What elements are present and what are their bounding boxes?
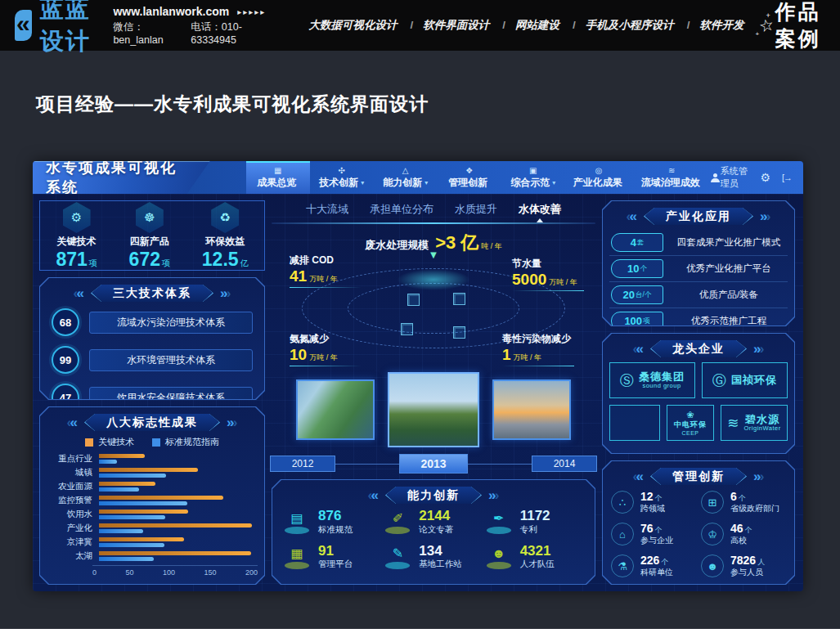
top-nav-item[interactable]: 软件开发 <box>676 18 746 33</box>
tab-icon: ≋ <box>668 166 675 175</box>
industry-text: 优秀产业化推广平台 <box>672 263 786 275</box>
chart-row: 重点行业 <box>47 453 258 465</box>
year-button[interactable]: 2013 <box>399 454 468 474</box>
management-item: ⊞ 6个 省级政府部门 <box>701 490 786 514</box>
flow-metric: 氨氮减少 10万吨 / 年 <box>290 332 362 366</box>
legend-swatch <box>85 438 93 447</box>
management-unit: 个 <box>655 526 663 534</box>
legend-label: 关键技术 <box>98 436 134 448</box>
bar-segment <box>99 501 187 505</box>
dashboard-header: 水专项成果可视化系统 ▦ 成果总览 ✣ 技术创新 ▾ <box>33 161 803 194</box>
management-label: 参与人员 <box>730 567 765 578</box>
top-nav-item[interactable]: 网站建设 <box>491 18 561 33</box>
company-name: 国祯环保 <box>731 373 777 388</box>
chevron-down-icon: ▾ <box>361 179 364 186</box>
management-icon: ⌂ <box>611 523 634 545</box>
subtab[interactable]: 承担单位分布 <box>370 202 433 217</box>
subtab[interactable]: 十大流域 <box>306 202 348 217</box>
flow-metric: 节水量 5000万吨 / 年 <box>512 257 584 291</box>
tab-label: 能力创新 <box>383 176 422 190</box>
gear-icon[interactable]: ⚙ <box>760 171 770 184</box>
stat-label: 关键技术 <box>57 235 97 249</box>
dashboard-tab[interactable]: ✣ 技术创新 ▾ <box>310 161 374 194</box>
industrialization-panel: « 产业化应用 » 4套 四套成果产业化推广模式 <box>602 200 795 326</box>
chart-row: 京津冀 <box>47 536 258 548</box>
right-chevrons-decoration: » <box>488 488 496 502</box>
dashboard-tab[interactable]: ▣ 综合示范 ▾ <box>501 161 565 194</box>
capability-value: 91 <box>318 544 353 559</box>
photo-2012[interactable] <box>296 379 375 440</box>
bar-segment <box>99 468 198 472</box>
capability-item: ▦ 91 管理平台 <box>282 544 383 571</box>
management-item: ☻ 7826人 参与人员 <box>701 554 786 578</box>
tab-icon: ✣ <box>338 166 344 175</box>
capability-label: 论文专著 <box>419 524 453 536</box>
arrows-decoration: ▸▸▸▸▸ <box>237 7 266 16</box>
capability-icon: ✒ <box>484 510 514 534</box>
portfolio-menu[interactable]: ☆++ 作品案例 <box>757 0 825 52</box>
company-logo[interactable]: « 蓝蓝设计 <box>15 0 95 58</box>
year-button[interactable]: 2014 <box>532 456 597 472</box>
chart-category-label: 重点行业 <box>47 453 99 465</box>
industry-text: 四套成果产业化推广模式 <box>672 236 786 249</box>
chart-row: 监控预警 <box>47 495 258 506</box>
stat-label: 四新产品 <box>130 235 169 249</box>
logout-icon[interactable]: [→ <box>782 173 792 182</box>
dashboard-tab[interactable]: △ 能力创新 ▾ <box>374 161 438 194</box>
management-value: 6个 <box>730 490 779 503</box>
capability-value: 1172 <box>520 509 550 524</box>
dashboard-tab[interactable]: ◎ 产业化成果 <box>565 161 633 194</box>
page-title: 项目经验——水专利成果可视化系统界面设计 <box>36 92 429 117</box>
guozhen-icon: Ⓖ <box>712 374 726 388</box>
dashboard-nav-tabs: ▦ 成果总览 ✣ 技术创新 ▾ △ <box>246 161 711 194</box>
capability-item: ▤ 876 标准规范 <box>282 509 383 536</box>
capability-value: 876 <box>318 509 353 524</box>
headline-value: >3 亿 <box>435 232 478 253</box>
chart-row: 产业化 <box>47 523 258 534</box>
section-title: 产业化应用 <box>645 206 752 226</box>
portfolio-label: 作品案例 <box>775 0 825 52</box>
company-name: 桑德集团 <box>639 371 685 383</box>
metric-unit: 万吨 / 年 <box>309 353 338 361</box>
tech-name-pill: 水环境管理技术体系 <box>89 349 253 371</box>
industry-count-badge: 4套 <box>611 233 663 252</box>
industry-row: 100项 优秀示范推广工程 <box>609 308 788 334</box>
chart-category-label: 产业化 <box>47 523 99 534</box>
management-item: ⌂ 76个 参与企业 <box>611 522 696 546</box>
subtab[interactable]: 水质提升 <box>455 202 497 217</box>
wechat-text: 微信：ben_lanlan <box>113 20 176 46</box>
dashboard-tab[interactable]: ≋ 流域治理成效 <box>633 161 711 194</box>
bar-segment <box>99 537 184 541</box>
tab-label: 管理创新 <box>448 176 487 190</box>
photo-2014[interactable] <box>492 379 571 440</box>
capability-label: 基地工作站 <box>419 559 462 570</box>
year-button[interactable]: 2012 <box>270 456 335 472</box>
leading-companies-panel: « 龙头企业 » Ⓢ 桑德集团 sound group <box>602 333 795 454</box>
capability-label: 专利 <box>520 524 550 536</box>
ceep-icon: ❀ <box>686 411 694 420</box>
photo-2013[interactable] <box>388 372 479 447</box>
dashboard-tab[interactable]: ❖ 管理创新 <box>438 161 501 194</box>
legend-swatch <box>152 438 160 447</box>
flow-metric: 毒性污染物减少 1万吨 / 年 <box>502 332 574 366</box>
top-nav-item[interactable]: 手机及小程序设计 <box>561 18 676 33</box>
tab-label: 成果总览 <box>257 176 296 190</box>
top-nav-item[interactable]: 软件界面设计 <box>398 18 491 33</box>
stat-unit: 项 <box>162 258 170 267</box>
logo-icon: « <box>15 10 32 41</box>
top-nav: 大数据可视化设计 软件界面设计 网站建设 手机及小程序设计 软件开发 <box>307 18 745 33</box>
right-chevrons-decoration: » <box>760 209 767 223</box>
cube-decoration <box>453 326 465 339</box>
dashboard-screenshot: 水专项成果可视化系统 ▦ 成果总览 ✣ 技术创新 ▾ <box>33 161 803 591</box>
admin-user-chip[interactable]: 系统管理员 <box>711 165 749 190</box>
stat-label: 环保效益 <box>205 235 245 249</box>
management-label: 参与企业 <box>640 535 673 546</box>
dashboard-tab[interactable]: ▦ 成果总览 <box>246 161 310 194</box>
management-unit: 个 <box>661 558 668 566</box>
tech-system-row: 99 水环境管理技术体系 <box>52 346 253 374</box>
bar-segment <box>99 551 251 555</box>
capability-panel: « 能力创新 » ▤ 876 标准规范 <box>272 479 595 585</box>
x-tick-label: 0 <box>92 568 97 577</box>
top-nav-item[interactable]: 大数据可视化设计 <box>307 18 398 33</box>
subtab[interactable]: 水体改善 <box>519 202 561 217</box>
